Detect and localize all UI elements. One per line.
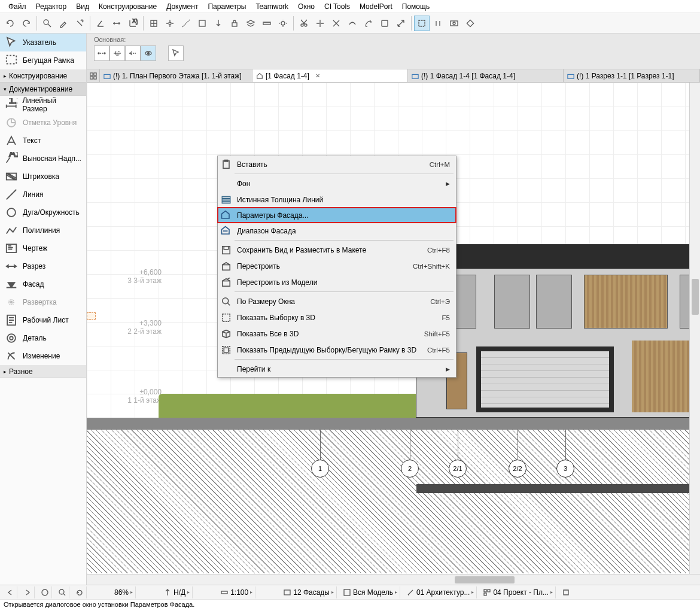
- measure-tool[interactable]: [259, 16, 275, 31]
- folder-icon: [567, 72, 574, 80]
- lock-tool[interactable]: [227, 16, 242, 31]
- undo-button[interactable]: [2, 16, 18, 31]
- eyedropper-button[interactable]: [56, 16, 71, 31]
- menu-citools[interactable]: CI Tools: [319, 1, 355, 12]
- menu-view[interactable]: Вид: [71, 1, 94, 12]
- tab-facade-active[interactable]: [1 Фасад 1-4] ✕: [252, 69, 408, 82]
- menu-edit[interactable]: Редактор: [31, 1, 72, 12]
- cm-elevation-range[interactable]: Диапазон Фасада: [218, 223, 456, 239]
- gravity-tool[interactable]: [211, 16, 226, 31]
- menu-options[interactable]: Параметры: [203, 1, 251, 12]
- menu-document[interactable]: Документ: [162, 1, 203, 12]
- cursor-mode[interactable]: [168, 45, 184, 61]
- suspend-tool[interactable]: [430, 16, 446, 31]
- zoom-level[interactable]: 86%▸: [112, 586, 136, 598]
- section-document[interactable]: ▾Документирование: [0, 83, 86, 96]
- section-design[interactable]: ▸Конструирование: [0, 69, 86, 83]
- override-tool[interactable]: [462, 16, 478, 31]
- tool-polyline[interactable]: Полилиния: [0, 221, 86, 239]
- view-set[interactable]: 12 Фасады▸: [281, 586, 337, 598]
- preview-tool[interactable]: [446, 16, 462, 31]
- cm-elevation-settings[interactable]: Параметры Фасада...: [217, 207, 456, 223]
- intersect-tool[interactable]: [361, 16, 376, 31]
- cm-goto[interactable]: Перейти к▶: [218, 361, 456, 377]
- tool-elevation[interactable]: Фасад: [0, 275, 86, 293]
- tool-change[interactable]: Изменение: [0, 347, 86, 365]
- nav-forward[interactable]: [21, 586, 35, 598]
- text-icon: [5, 135, 18, 146]
- cm-background[interactable]: Фон▶: [218, 175, 456, 191]
- tool-linear-dim[interactable]: 1.2Линейный Размер: [0, 96, 86, 114]
- menu-design[interactable]: Конструирование: [94, 1, 162, 12]
- tool-worksheet[interactable]: Рабочий Лист: [0, 311, 86, 329]
- resize-tool[interactable]: [393, 16, 409, 31]
- inject-button[interactable]: [72, 16, 87, 31]
- vertical-scrollbar[interactable]: [689, 83, 700, 574]
- guide-tool[interactable]: [178, 16, 194, 31]
- more-options[interactable]: [559, 586, 573, 598]
- tool-arc[interactable]: Дуга/Окружность: [0, 203, 86, 221]
- fillet-tool[interactable]: [377, 16, 392, 31]
- tab-floorplan[interactable]: (!) 1. План Первого Этажа [1. 1-й этаж]: [100, 69, 252, 82]
- cm-show-all-3d[interactable]: Показать Все в 3DShift+F5: [218, 326, 456, 342]
- cm-rebuild-model[interactable]: Перестроить из Модели: [218, 274, 456, 290]
- nav-back[interactable]: [4, 586, 17, 598]
- section-other[interactable]: ▸Разное: [0, 365, 86, 378]
- menu-help[interactable]: Помощь: [397, 1, 434, 12]
- tool-detail[interactable]: Деталь: [0, 329, 86, 347]
- nav-zoom[interactable]: [56, 586, 69, 598]
- cm-save-view[interactable]: Сохранить Вид и Разместить в МакетеCtrl+…: [218, 242, 456, 258]
- geometry-method-1[interactable]: [94, 45, 109, 61]
- cm-show-prev-3d[interactable]: Показать Предыдущую Выборку/Бегущую Рамк…: [218, 342, 456, 358]
- close-icon[interactable]: ✕: [315, 72, 320, 79]
- nav-home[interactable]: [38, 586, 52, 598]
- tool-line[interactable]: Линия: [0, 186, 86, 203]
- menu-modelport[interactable]: ModelPort: [355, 1, 397, 12]
- layers-tool[interactable]: [243, 16, 258, 31]
- tab-facade-2[interactable]: (!) 1 Фасад 1-4 [1 Фасад 1-4]: [408, 69, 564, 82]
- pointer-icon: [5, 37, 18, 48]
- pen-set[interactable]: 01 Архитектур...▸: [404, 586, 477, 598]
- horizontal-scrollbar[interactable]: [87, 574, 700, 585]
- cm-fit-window[interactable]: По Размеру ОкнаCtrl+Э: [218, 293, 456, 309]
- scale[interactable]: 1:100▸: [218, 586, 255, 598]
- tab-section[interactable]: (!) 1 Разрез 1-1 [1 Разрез 1-1]: [564, 69, 700, 82]
- coord-tool[interactable]: xy: [125, 16, 141, 31]
- cm-paste[interactable]: ВставитьCtrl+M: [218, 156, 456, 172]
- tool-marquee[interactable]: Бегущая Рамка: [0, 51, 86, 69]
- tab-grid-icon[interactable]: [87, 69, 100, 82]
- tool-pointer[interactable]: Указатель: [0, 34, 86, 51]
- model-filter[interactable]: Вся Модель▸: [340, 586, 400, 598]
- geometry-method-3[interactable]: [125, 45, 141, 61]
- orientation[interactable]: Н/Д▸: [161, 586, 193, 598]
- sun-tool[interactable]: [275, 16, 291, 31]
- redo-button[interactable]: [19, 16, 34, 31]
- plane-tool[interactable]: [194, 16, 210, 31]
- menu-teamwork[interactable]: Teamwork: [251, 1, 293, 12]
- dimension-tool[interactable]: [109, 16, 124, 31]
- split-tool[interactable]: [328, 16, 344, 31]
- project-set[interactable]: 04 Проект - Пл...▸: [480, 586, 556, 598]
- snap-tool[interactable]: [162, 16, 178, 31]
- cm-true-line-weight[interactable]: Истинная Толщина Линий: [218, 191, 456, 208]
- menu-window[interactable]: Окно: [293, 1, 319, 12]
- tool-section[interactable]: Разрез: [0, 257, 86, 275]
- nav-refresh[interactable]: [73, 586, 87, 598]
- cm-rebuild[interactable]: ПерестроитьCtrl+Shift+K: [218, 258, 456, 274]
- tool-label[interactable]: A1Выносная Надп...: [0, 150, 86, 168]
- find-select-button[interactable]: [39, 16, 55, 31]
- geometry-method-2[interactable]: [109, 45, 125, 61]
- grid-tool[interactable]: [146, 16, 162, 31]
- edit-selection-tool[interactable]: [414, 16, 430, 31]
- adjust-tool[interactable]: [345, 16, 360, 31]
- tool-fill[interactable]: Штриховка: [0, 168, 86, 186]
- cm-show-sel-3d[interactable]: Показать Выборку в 3DF5: [218, 309, 456, 326]
- level-marker: +3,3002 2-й этаж: [127, 319, 162, 336]
- trim-tool[interactable]: [312, 16, 328, 31]
- cut-tool[interactable]: [296, 16, 312, 31]
- geometry-method-4[interactable]: [141, 45, 156, 61]
- tool-text[interactable]: Текст: [0, 132, 86, 150]
- menu-file[interactable]: Файл: [4, 1, 31, 12]
- tool-drawing[interactable]: Чертеж: [0, 239, 86, 257]
- angle-tool[interactable]: [93, 16, 108, 31]
